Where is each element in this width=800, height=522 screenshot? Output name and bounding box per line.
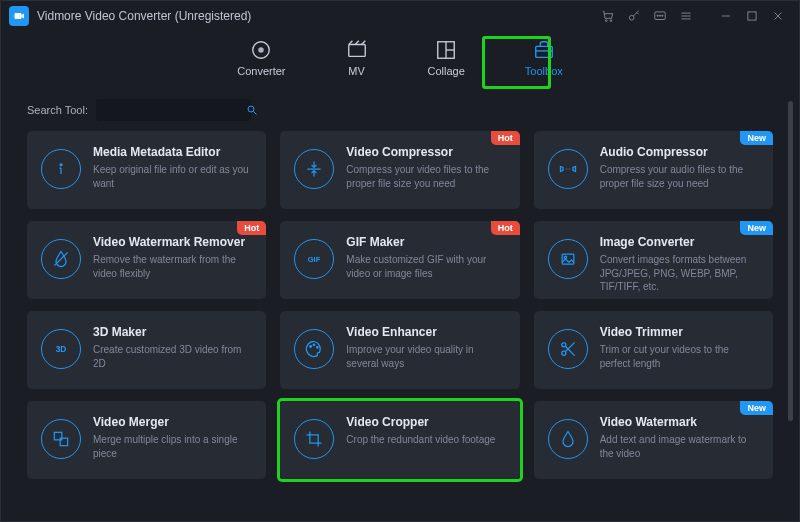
tool-title: Video Watermark xyxy=(600,415,761,429)
tool-video-merger[interactable]: Video Merger Merge multiple clips into a… xyxy=(27,401,266,479)
svg-rect-0 xyxy=(15,13,22,19)
cart-icon[interactable] xyxy=(595,3,621,29)
search-label: Search Tool: xyxy=(27,104,88,116)
svg-point-32 xyxy=(310,346,312,348)
gif-icon: GIF xyxy=(294,239,334,279)
tools-grid: Media Metadata Editor Keep original file… xyxy=(27,131,773,479)
tool-gif-maker[interactable]: Hot GIF GIF Maker Make customized GIF wi… xyxy=(280,221,519,299)
tool-desc: Make customized GIF with your video or i… xyxy=(346,253,507,280)
svg-point-23 xyxy=(248,106,254,112)
new-badge: New xyxy=(740,401,773,415)
tool-desc: Remove the watermark from the video flex… xyxy=(93,253,254,280)
window-title: Vidmore Video Converter (Unregistered) xyxy=(37,9,251,23)
tool-title: GIF Maker xyxy=(346,235,507,249)
tab-converter[interactable]: Converter xyxy=(227,35,295,81)
tool-title: Video Enhancer xyxy=(346,325,507,339)
content-area: Search Tool: Media Metadata Editor Keep … xyxy=(1,91,799,511)
tool-desc: Create customized 3D video from 2D xyxy=(93,343,254,370)
app-logo xyxy=(9,6,29,26)
tool-title: Media Metadata Editor xyxy=(93,145,254,159)
svg-rect-17 xyxy=(348,45,365,57)
svg-point-5 xyxy=(657,15,658,16)
svg-point-6 xyxy=(659,15,660,16)
tool-video-watermark-remover[interactable]: Hot Video Watermark Remover Remove the w… xyxy=(27,221,266,299)
message-icon[interactable] xyxy=(647,3,673,29)
svg-point-36 xyxy=(561,351,565,355)
main-nav: Converter MV Collage Toolbox xyxy=(1,31,799,91)
tool-media-metadata-editor[interactable]: Media Metadata Editor Keep original file… xyxy=(27,131,266,209)
svg-point-3 xyxy=(629,15,634,20)
crop-icon xyxy=(294,419,334,459)
tool-image-converter[interactable]: New Image Converter Convert images forma… xyxy=(534,221,773,299)
svg-point-33 xyxy=(313,344,315,346)
svg-rect-12 xyxy=(748,12,756,20)
merge-icon xyxy=(41,419,81,459)
tool-title: Video Compressor xyxy=(346,145,507,159)
tool-video-watermark[interactable]: New Video Watermark Add text and image w… xyxy=(534,401,773,479)
tool-title: Video Trimmer xyxy=(600,325,761,339)
palette-icon xyxy=(294,329,334,369)
tab-collage[interactable]: Collage xyxy=(418,35,475,81)
maximize-button[interactable] xyxy=(739,3,765,29)
search-row: Search Tool: xyxy=(27,99,773,121)
svg-rect-29 xyxy=(562,254,574,264)
new-badge: New xyxy=(740,131,773,145)
tool-desc: Merge multiple clips into a single piece xyxy=(93,433,254,460)
tool-title: Image Converter xyxy=(600,235,761,249)
tool-desc: Compress your video files to the proper … xyxy=(346,163,507,190)
compress-icon xyxy=(294,149,334,189)
tab-label: Converter xyxy=(237,65,285,77)
tab-mv[interactable]: MV xyxy=(336,35,378,81)
key-icon[interactable] xyxy=(621,3,647,29)
minimize-button[interactable] xyxy=(713,3,739,29)
tool-audio-compressor[interactable]: New Audio Compressor Compress your audio… xyxy=(534,131,773,209)
svg-text:GIF: GIF xyxy=(308,255,321,264)
3d-icon: 3D xyxy=(41,329,81,369)
search-icon[interactable] xyxy=(246,104,258,116)
new-badge: New xyxy=(740,221,773,235)
search-box xyxy=(96,99,251,121)
watermark-icon xyxy=(548,419,588,459)
scissors-icon xyxy=(548,329,588,369)
hot-badge: Hot xyxy=(491,221,520,235)
tool-desc: Trim or cut your videos to the perfect l… xyxy=(600,343,761,370)
svg-point-7 xyxy=(662,15,663,16)
tool-title: Video Merger xyxy=(93,415,254,429)
hot-badge: Hot xyxy=(491,131,520,145)
tab-toolbox[interactable]: Toolbox xyxy=(515,35,573,81)
water-drop-icon xyxy=(41,239,81,279)
svg-point-34 xyxy=(317,347,319,349)
tab-label: Collage xyxy=(428,65,465,77)
svg-text:3D: 3D xyxy=(56,344,67,354)
app-window: Vidmore Video Converter (Unregistered) C… xyxy=(0,0,800,522)
tool-desc: Convert images formats between JPG/JPEG,… xyxy=(600,253,761,294)
svg-point-35 xyxy=(561,343,565,347)
search-input[interactable] xyxy=(96,104,246,116)
svg-point-25 xyxy=(60,164,62,166)
tool-video-enhancer[interactable]: Video Enhancer Improve your video qualit… xyxy=(280,311,519,389)
svg-point-1 xyxy=(605,20,607,22)
tool-video-compressor[interactable]: Hot Video Compressor Compress your video… xyxy=(280,131,519,209)
tab-label: Toolbox xyxy=(525,65,563,77)
tool-desc: Crop the redundant video footage xyxy=(346,433,507,447)
tool-desc: Improve your video quality in several wa… xyxy=(346,343,507,370)
close-button[interactable] xyxy=(765,3,791,29)
tool-video-trimmer[interactable]: Video Trimmer Trim or cut your videos to… xyxy=(534,311,773,389)
info-icon xyxy=(41,149,81,189)
svg-rect-21 xyxy=(536,46,553,57)
tool-3d-maker[interactable]: 3D 3D Maker Create customized 3D video f… xyxy=(27,311,266,389)
scrollbar[interactable] xyxy=(788,101,793,421)
svg-point-2 xyxy=(610,20,612,22)
svg-point-16 xyxy=(259,47,265,53)
tab-label: MV xyxy=(348,65,365,77)
svg-line-24 xyxy=(253,112,256,115)
tool-title: Video Watermark Remover xyxy=(93,235,254,249)
tool-video-cropper[interactable]: Video Cropper Crop the redundant video f… xyxy=(280,401,519,479)
tool-desc: Keep original file info or edit as you w… xyxy=(93,163,254,190)
tool-desc: Compress your audio files to the proper … xyxy=(600,163,761,190)
tool-desc: Add text and image watermark to the vide… xyxy=(600,433,761,460)
tool-title: Video Cropper xyxy=(346,415,507,429)
menu-icon[interactable] xyxy=(673,3,699,29)
hot-badge: Hot xyxy=(237,221,266,235)
tool-title: Audio Compressor xyxy=(600,145,761,159)
